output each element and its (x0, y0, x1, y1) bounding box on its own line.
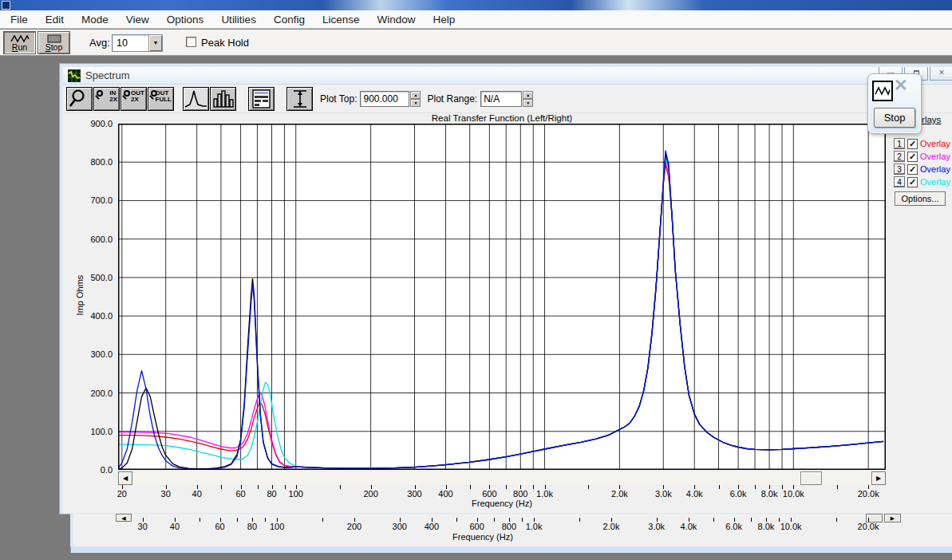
bar-plot-mode-button[interactable] (210, 87, 236, 111)
stop-label: Stop (45, 43, 63, 52)
x-tick-label: 4.0k (680, 522, 697, 531)
x-tick-label: 8.0k (757, 522, 774, 531)
curve-icon (184, 88, 208, 110)
x-tick-label: 200 (363, 489, 377, 499)
y-tick-label: 700.0 (65, 195, 113, 205)
line-plot-mode-button[interactable] (183, 87, 209, 111)
run-button[interactable]: Run (3, 31, 36, 54)
scroll-left-icon[interactable]: ◀ (118, 471, 132, 485)
x-tick-label: 6.0k (725, 522, 742, 531)
overlay-checkbox[interactable] (907, 164, 918, 175)
x-tick-label: 2.0k (611, 489, 628, 499)
zoom-out-full-button[interactable]: OUTFULL (148, 87, 174, 111)
zoom-in-2x-button[interactable]: IN2X (93, 87, 120, 111)
menu-item-help[interactable]: Help (425, 12, 462, 27)
avg-combobox[interactable]: 10 ▼ (112, 34, 163, 52)
application-window: FileEditModeViewOptionsUtilitiesConfigLi… (0, 0, 952, 560)
overlay-checkbox[interactable] (907, 139, 918, 149)
x-tick-label: 30 (138, 522, 148, 531)
x-tick-label: 6.0k (730, 489, 747, 499)
x-tick-label: 60 (235, 489, 245, 499)
x-tick-label: 100 (289, 489, 303, 499)
waveform-tool-button[interactable] (872, 81, 893, 101)
x-axis-label: Frequency (Hz) (97, 532, 868, 542)
os-titlebar[interactable] (0, 0, 952, 10)
x-tick-label: 600 (482, 489, 496, 499)
y-tick-label: 100.0 (65, 427, 113, 436)
floating-toolbar-window[interactable]: ✕ Stop (867, 73, 922, 134)
floating-stop-button[interactable]: Stop (874, 108, 915, 128)
overlay-label: Overlay (920, 139, 950, 148)
overlay-checkbox[interactable] (907, 152, 918, 162)
plot-canvas[interactable] (118, 124, 886, 470)
menu-item-config[interactable]: Config (267, 12, 312, 27)
x-tick-label: 20.0k (858, 522, 879, 531)
scrollbar-thumb[interactable] (800, 471, 822, 485)
overlay-row: 3Overlay (894, 163, 952, 175)
menu-item-license[interactable]: License (315, 12, 367, 27)
zoom-button[interactable] (66, 87, 93, 111)
plot-top-field[interactable]: 900.000 (360, 91, 409, 107)
spectrum-title: Spectrum (85, 69, 130, 81)
close-icon[interactable]: ✕ (894, 76, 908, 95)
stop-button[interactable]: Stop (38, 31, 70, 54)
overlay-select-button[interactable]: 2 (894, 151, 905, 162)
menu-item-options[interactable]: Options (160, 12, 211, 27)
x-tick-label: 20 (117, 489, 127, 499)
series-overlay-2 (118, 162, 883, 468)
overlay-row: 1Overlay (894, 137, 952, 150)
plot-range-field[interactable]: N/A (480, 91, 522, 107)
plot-range-spinner[interactable]: ▲▼ (523, 91, 533, 107)
x-tick-label: 30 (161, 489, 171, 499)
x-tick-label: 400 (438, 489, 452, 499)
x-tick-label: 20.0k (858, 489, 879, 499)
magnifier-icon (124, 90, 130, 97)
x-tick-label: 3.0k (648, 522, 665, 531)
x-tick-label: 80 (247, 522, 257, 531)
zoom-out-2x-button[interactable]: OUT2X (120, 87, 147, 111)
plot-top-spinner[interactable]: ▲▼ (410, 91, 421, 107)
overlays-options-button[interactable]: Options... (895, 191, 946, 206)
menu-item-utilities[interactable]: Utilities (214, 12, 263, 27)
menu-item-view[interactable]: View (119, 12, 156, 27)
spectrum-titlebar[interactable]: Spectrum — ✕ (63, 67, 952, 85)
combo-dropdown-icon[interactable]: ▼ (148, 35, 162, 51)
overlay-label: Overlay (920, 152, 950, 161)
x-tick-label: 40 (192, 489, 202, 499)
menu-item-window[interactable]: Window (369, 12, 422, 27)
spin-down-icon: ▼ (523, 99, 533, 107)
x-tick-label: 800 (502, 522, 516, 531)
menu-item-mode[interactable]: Mode (74, 12, 116, 27)
overlay-select-button[interactable]: 1 (894, 138, 905, 149)
x-tick-label: 800 (513, 489, 527, 499)
settings-list-icon (249, 88, 274, 110)
spectrum-icon (68, 69, 81, 82)
plot-scrollbar[interactable]: ◀ ▶ (118, 471, 886, 485)
plot-range-label: Plot Range: (427, 93, 477, 105)
peak-hold-checkbox[interactable] (186, 37, 196, 47)
menu-bar: FileEditModeViewOptionsUtilitiesConfigLi… (0, 10, 952, 29)
menu-item-file[interactable]: File (3, 12, 35, 27)
spectrum-window: Spectrum — ✕ IN2X OUT2X (60, 64, 952, 514)
waveform-icon (10, 34, 30, 43)
overlay-rows: 1Overlay2Overlay3Overlay4Overlay (894, 137, 952, 188)
x-tick-label: 1.0k (526, 522, 543, 531)
overlay-label: Overlay (920, 164, 950, 174)
y-tick-label: 600.0 (65, 235, 113, 244)
control-panel-button[interactable] (248, 87, 275, 111)
spectrum-toolbar: IN2X OUT2X OUTFULL (63, 85, 952, 113)
close-button[interactable]: ✕ (930, 67, 952, 81)
overlay-checkbox[interactable] (907, 177, 918, 187)
menu-item-edit[interactable]: Edit (38, 12, 71, 27)
x-tick-label: 3.0k (655, 489, 672, 499)
overlay-select-button[interactable]: 3 (894, 164, 905, 175)
series-overlay-3 (118, 151, 883, 470)
overlay-select-button[interactable]: 4 (894, 176, 905, 187)
scroll-right-icon[interactable]: ▶ (871, 471, 886, 485)
peak-hold-label: Peak Hold (201, 37, 249, 49)
spin-down-icon: ▼ (410, 99, 421, 107)
avg-value: 10 (113, 35, 148, 51)
plot-range-tool-button[interactable] (286, 87, 313, 111)
x-tick-label: 10.0k (780, 522, 802, 531)
waveform-icon (874, 82, 891, 100)
